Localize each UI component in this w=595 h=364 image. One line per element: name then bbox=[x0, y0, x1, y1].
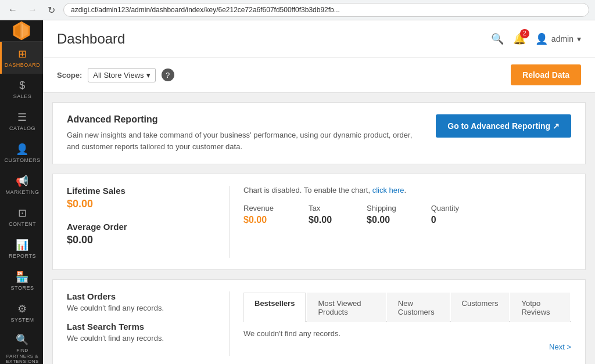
metric-quantity-value: 0 bbox=[431, 215, 459, 225]
metrics-row: Revenue $0.00 Tax $0.00 Shipping $0.00 bbox=[243, 204, 571, 225]
topbar: Dashboard 🔍 🔔 2 👤 admin ▾ bbox=[43, 20, 595, 57]
scope-select[interactable]: All Store Views ▾ bbox=[88, 68, 155, 82]
sidebar-item-system[interactable]: ⚙ SYSTEM bbox=[0, 297, 43, 329]
stats-layout: Lifetime Sales $0.00 Average Order $0.00… bbox=[67, 186, 571, 258]
sidebar-item-marketing[interactable]: 📢 MARKETING bbox=[0, 169, 43, 201]
sidebar-item-dashboard[interactable]: ⊞ DASHBOARD bbox=[0, 42, 43, 74]
sidebar-item-find-partners[interactable]: 🔍 FIND PARTNERS & EXTENSIONS bbox=[0, 329, 43, 364]
advanced-reporting-text: Advanced Reporting Gain new insights and… bbox=[67, 114, 424, 152]
advanced-reporting-section: Advanced Reporting Gain new insights and… bbox=[67, 114, 571, 152]
page-content: Scope: All Store Views ▾ ? Reload Data bbox=[43, 57, 595, 364]
metric-tax-value: $0.00 bbox=[309, 215, 332, 225]
average-order-value: $0.00 bbox=[67, 234, 217, 246]
tab-bestsellers-label: Bestsellers bbox=[255, 299, 295, 308]
tabs-section: Bestsellers Most Viewed Products New Cus… bbox=[243, 291, 571, 356]
tab-customers-label: Customers bbox=[462, 299, 499, 308]
chart-link[interactable]: click here bbox=[372, 186, 404, 194]
catalog-icon: ☰ bbox=[17, 111, 27, 124]
metric-shipping-value: $0.00 bbox=[367, 215, 396, 225]
tab-new-customers[interactable]: New Customers bbox=[387, 293, 450, 322]
tab-new-customers-label: New Customers bbox=[398, 299, 435, 316]
refresh-button[interactable]: ↻ bbox=[45, 3, 58, 17]
lifetime-sales-value: $0.00 bbox=[67, 198, 217, 210]
page-title: Dashboard bbox=[57, 31, 125, 47]
metric-quantity: Quantity 0 bbox=[431, 204, 459, 225]
sidebar-item-label: CUSTOMERS bbox=[5, 157, 41, 163]
sidebar-item-label: DASHBOARD bbox=[5, 62, 41, 68]
content-icon: ⊡ bbox=[18, 207, 27, 219]
tab-most-viewed[interactable]: Most Viewed Products bbox=[307, 293, 385, 322]
metric-shipping-label: Shipping bbox=[367, 204, 396, 212]
forward-button[interactable]: → bbox=[26, 3, 40, 16]
search-icon[interactable]: 🔍 bbox=[491, 33, 504, 45]
system-icon: ⚙ bbox=[17, 302, 27, 315]
reports-icon: 📊 bbox=[16, 239, 29, 251]
average-order-label: Average Order bbox=[67, 222, 217, 232]
metric-revenue-label: Revenue bbox=[243, 204, 274, 212]
back-button[interactable]: ← bbox=[6, 3, 20, 16]
sidebar-item-label: REPORTS bbox=[9, 253, 36, 259]
stats-right: Chart is disabled. To enable the chart, … bbox=[230, 186, 571, 258]
metric-revenue-value: $0.00 bbox=[243, 215, 274, 225]
next-link[interactable]: Next > bbox=[243, 338, 571, 356]
metric-quantity-label: Quantity bbox=[431, 204, 459, 212]
bottom-layout: Last Orders We couldn't find any records… bbox=[67, 291, 571, 356]
admin-label: admin bbox=[551, 34, 574, 44]
metric-tax: Tax $0.00 bbox=[309, 204, 332, 225]
sidebar-item-label: SYSTEM bbox=[10, 317, 34, 323]
sidebar-item-label: CONTENT bbox=[9, 221, 36, 227]
admin-user-menu[interactable]: 👤 admin ▾ bbox=[535, 33, 581, 45]
notification-badge: 2 bbox=[520, 29, 529, 38]
topbar-right: 🔍 🔔 2 👤 admin ▾ bbox=[491, 33, 581, 45]
scope-label: Scope: bbox=[57, 71, 82, 80]
customers-icon: 👤 bbox=[16, 143, 29, 156]
last-search-no-records: We couldn't find any records. bbox=[67, 334, 217, 343]
tab-yotpo[interactable]: Yotpo Reviews bbox=[510, 293, 570, 322]
chevron-down-icon: ▾ bbox=[577, 34, 581, 44]
help-icon: ? bbox=[166, 71, 170, 80]
sidebar-item-label: STORES bbox=[11, 285, 34, 291]
lifetime-sales-label: Lifetime Sales bbox=[67, 186, 217, 196]
metric-shipping: Shipping $0.00 bbox=[367, 204, 396, 225]
last-orders-no-records: We couldn't find any records. bbox=[67, 304, 217, 312]
scope-chevron-icon: ▾ bbox=[146, 71, 150, 80]
advanced-reporting-button[interactable]: Go to Advanced Reporting ↗ bbox=[436, 114, 571, 138]
svg-rect-3 bbox=[20, 23, 23, 38]
scope-value: All Store Views bbox=[93, 71, 144, 80]
magento-logo-icon bbox=[11, 20, 32, 41]
sidebar-item-label: CATALOG bbox=[9, 125, 35, 131]
tab-customers[interactable]: Customers bbox=[451, 293, 510, 322]
stats-left: Lifetime Sales $0.00 Average Order $0.00 bbox=[67, 186, 230, 258]
tab-no-records: We couldn't find any records. bbox=[243, 329, 571, 338]
chart-msg-text: Chart is disabled. To enable the chart, bbox=[243, 186, 370, 194]
tab-bar: Bestsellers Most Viewed Products New Cus… bbox=[243, 291, 571, 322]
find-partners-icon: 🔍 bbox=[16, 333, 29, 346]
sidebar-item-sales[interactable]: $ SALES bbox=[0, 74, 43, 105]
dashboard-icon: ⊞ bbox=[18, 48, 27, 60]
advanced-reporting-card: Advanced Reporting Gain new insights and… bbox=[52, 102, 586, 164]
browser-chrome: ← → ↻ bbox=[0, 0, 595, 20]
metric-revenue: Revenue $0.00 bbox=[243, 204, 274, 225]
sidebar-item-catalog[interactable]: ☰ CATALOG bbox=[0, 105, 43, 137]
url-bar-input[interactable] bbox=[63, 3, 589, 17]
reload-data-button[interactable]: Reload Data bbox=[511, 64, 581, 85]
metric-tax-label: Tax bbox=[309, 204, 332, 212]
sidebar-item-reports[interactable]: 📊 REPORTS bbox=[0, 233, 43, 265]
sales-icon: $ bbox=[19, 80, 26, 92]
sidebar-item-content[interactable]: ⊡ CONTENT bbox=[0, 201, 43, 233]
sidebar-logo bbox=[0, 20, 43, 42]
tab-most-viewed-label: Most Viewed Products bbox=[318, 299, 361, 316]
tab-bestsellers[interactable]: Bestsellers bbox=[243, 293, 306, 322]
stores-icon: 🏪 bbox=[16, 271, 29, 283]
notifications-button[interactable]: 🔔 2 bbox=[513, 33, 526, 45]
stats-card: Lifetime Sales $0.00 Average Order $0.00… bbox=[52, 174, 586, 270]
scope-left: Scope: All Store Views ▾ ? bbox=[57, 68, 174, 82]
sidebar-item-stores[interactable]: 🏪 STORES bbox=[0, 265, 43, 297]
advanced-reporting-description: Gain new insights and take command of yo… bbox=[67, 129, 424, 152]
bottom-card: Last Orders We couldn't find any records… bbox=[52, 279, 586, 364]
sidebar-item-customers[interactable]: 👤 CUSTOMERS bbox=[0, 137, 43, 169]
advanced-reporting-title: Advanced Reporting bbox=[67, 114, 424, 125]
help-button[interactable]: ? bbox=[162, 69, 174, 81]
left-stats: Last Orders We couldn't find any records… bbox=[67, 291, 230, 356]
scope-bar: Scope: All Store Views ▾ ? Reload Data bbox=[43, 57, 595, 93]
